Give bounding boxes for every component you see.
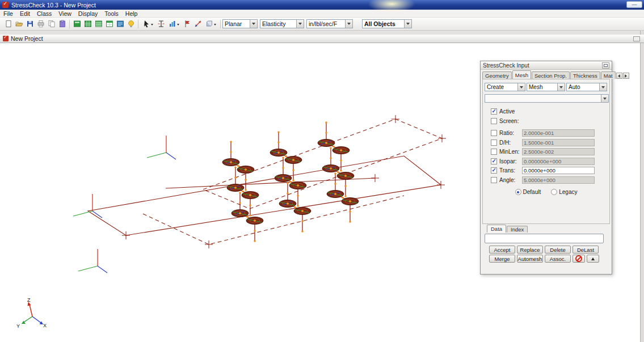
delete-button[interactable]: Delete	[545, 246, 571, 254]
plot-tool-icon[interactable]	[166, 19, 182, 29]
minimize-button[interactable]: —	[626, 1, 642, 8]
tab-mesh[interactable]: Mesh	[512, 70, 531, 79]
selection-combobox[interactable]	[485, 94, 609, 103]
object-combobox-value: Mesh	[527, 84, 557, 90]
mesh-window-icon[interactable]	[82, 19, 93, 29]
tab-scroll-bu	[616, 73, 629, 79]
dropdown-arrow-icon	[345, 20, 352, 28]
menu-edit[interactable]: Edit	[16, 10, 33, 17]
dropdown-arrow-icon	[557, 83, 565, 91]
menu-class[interactable]: Class	[33, 10, 55, 17]
reference-combobox[interactable]: Planar	[222, 19, 258, 28]
menu-tools[interactable]: Tools	[101, 10, 122, 17]
screen-checkbox[interactable]	[491, 118, 497, 124]
select-tool-icon[interactable]	[140, 19, 155, 29]
grid-view-icon[interactable]	[93, 19, 104, 29]
trans-input[interactable]	[522, 167, 595, 174]
objects-filter-value: All Objects	[363, 20, 404, 27]
menu-display[interactable]: Display	[75, 10, 101, 17]
method-combobox[interactable]: Auto	[566, 83, 607, 91]
theory-combobox[interactable]: Elasticity	[260, 19, 304, 28]
dh-label: D/H:	[499, 140, 522, 146]
dialog-titlebar[interactable]: StressCheck Input	[481, 61, 612, 70]
ratio-checkbox[interactable]	[491, 130, 497, 136]
info-panel-icon[interactable]	[115, 19, 125, 29]
legacy-radio[interactable]	[551, 189, 557, 195]
scroll-up-button[interactable]	[587, 255, 599, 263]
menu-file[interactable]: File	[0, 10, 16, 17]
trans-checkbox[interactable]	[491, 167, 497, 174]
angle-label: Angle:	[499, 177, 522, 183]
menu-view[interactable]: View	[55, 10, 75, 17]
legacy-radio-label: Legacy	[559, 189, 577, 195]
up-arrow-icon	[591, 256, 595, 260]
no-entry-icon	[575, 255, 582, 262]
angle-checkbox[interactable]	[491, 177, 497, 183]
dialog-menu-button[interactable]	[602, 62, 609, 69]
tab-thickness[interactable]: Thickness	[570, 71, 600, 79]
minlen-label: MinLen:	[499, 149, 522, 155]
object-combobox[interactable]: Mesh	[527, 83, 565, 91]
open-file-icon[interactable]	[14, 19, 24, 29]
minlen-checkbox[interactable]	[491, 149, 497, 155]
accept-button[interactable]: Accept	[489, 246, 515, 254]
document-window-control[interactable]	[633, 36, 640, 41]
window-titlebar: StressCheck 10.3 - New Project —	[0, 0, 644, 10]
units-combobox[interactable]: in/lbl/sec/F	[306, 19, 353, 28]
tab-section-prop[interactable]: Section Prop.	[532, 71, 570, 79]
application-window: StressCheck 10.3 - New Project — File Ed…	[0, 0, 644, 342]
dropdown-arrow-icon	[250, 20, 257, 28]
menu-help[interactable]: Help	[122, 10, 141, 17]
document-icon	[3, 36, 9, 41]
default-radio[interactable]	[515, 189, 521, 195]
help-lamp-icon[interactable]	[125, 19, 136, 29]
action-combobox[interactable]: Create	[485, 83, 525, 91]
dialog-button-row-2: Merge Automesh Assoc.	[489, 255, 599, 263]
tab-data[interactable]: Data	[487, 225, 506, 233]
assoc-button[interactable]: Assoc.	[545, 255, 571, 263]
merge-button[interactable]: Merge	[489, 255, 515, 263]
flag-tool-icon[interactable]	[182, 19, 192, 29]
active-checkbox[interactable]	[491, 108, 497, 115]
save-file-icon[interactable]	[24, 19, 35, 29]
tab-scroll-left-icon[interactable]	[616, 73, 622, 79]
objects-filter-combobox[interactable]: All Objects	[362, 19, 412, 28]
param-row-isopar: Isopar:	[491, 157, 601, 165]
data-entry-input[interactable]	[485, 234, 604, 243]
table-view-icon[interactable]	[104, 19, 115, 29]
isopar-label: Isopar:	[499, 158, 522, 164]
method-selector-row: Create Mesh Auto	[485, 83, 607, 91]
replace-button[interactable]: Replace	[517, 246, 543, 254]
tab-geometry[interactable]: Geometry	[482, 71, 512, 79]
toolbar-separator	[220, 20, 221, 28]
automesh-button[interactable]: Automesh	[517, 255, 543, 263]
action-combobox-value: Create	[485, 84, 517, 90]
new-document-icon[interactable]	[3, 19, 14, 29]
tab-mat[interactable]: Mat	[601, 71, 616, 79]
print-icon[interactable]	[35, 19, 46, 29]
toolbar-separator	[69, 20, 70, 28]
x-axis-label: X	[43, 323, 47, 328]
ratio-label: Ratio:	[499, 130, 522, 136]
model-window-icon[interactable]	[71, 19, 82, 29]
isopar-checkbox[interactable]	[491, 158, 497, 164]
tab-scroll-right-icon[interactable]	[623, 73, 629, 79]
dialog-tab-strip: Geometry Mesh Section Prop. Thickness Ma…	[482, 70, 610, 79]
fastener-stack	[322, 147, 354, 197]
copy-icon[interactable]	[46, 19, 57, 29]
dropdown-caret-icon	[177, 24, 179, 27]
delast-button[interactable]: DeLast	[573, 246, 599, 254]
tab-index[interactable]: Index	[507, 226, 528, 233]
fastener-stack	[318, 121, 350, 172]
fastener-stack	[279, 182, 311, 233]
stop-button[interactable]	[573, 255, 585, 263]
anchor-tool-icon[interactable]	[192, 19, 203, 29]
document-titlebar[interactable]: New Project	[0, 35, 644, 43]
paste-icon[interactable]	[57, 19, 68, 29]
objects-tool-icon[interactable]	[203, 19, 218, 29]
window-box-icon	[604, 64, 608, 67]
dh-checkbox[interactable]	[491, 140, 497, 146]
dimension-tool-icon[interactable]	[155, 19, 166, 29]
method-combobox-value: Auto	[567, 84, 599, 90]
menu-bar: File Edit Class View Display Tools Help	[0, 10, 644, 18]
